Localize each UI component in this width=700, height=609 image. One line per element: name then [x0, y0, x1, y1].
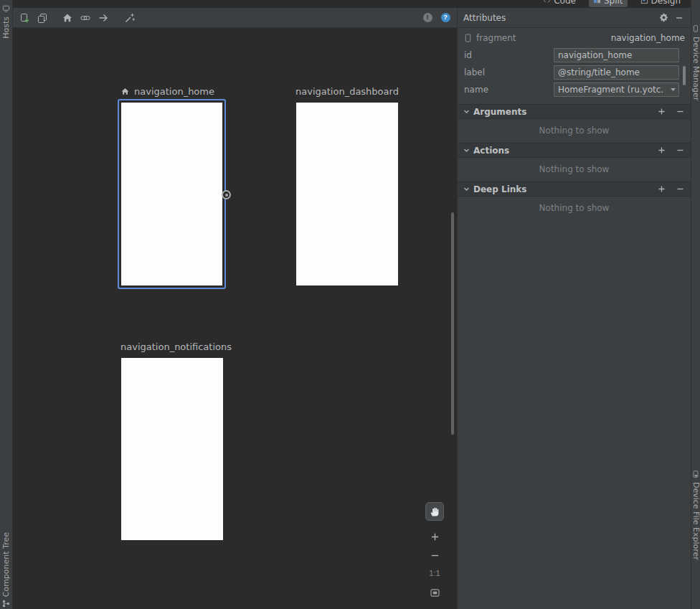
fragment-label-navigation-dashboard[interactable]: navigation_dashboard — [295, 86, 399, 97]
empty-message: Nothing to show — [458, 119, 691, 143]
name-combobox[interactable]: HomeFragment (ru.yotc. — [554, 82, 679, 97]
tab-design[interactable]: Design — [636, 0, 685, 7]
fragment-label-navigation-home[interactable]: navigation_home — [120, 86, 214, 97]
code-icon — [543, 0, 551, 4]
action-handle[interactable] — [222, 190, 231, 199]
section-title: Arguments — [473, 107, 526, 117]
id-input[interactable] — [554, 48, 679, 62]
device-manager-label: Device Manager — [692, 37, 700, 100]
editor-mode-strip: Code Split Design — [13, 0, 691, 8]
scrollbar-thumb[interactable] — [451, 212, 454, 435]
fragment-label-text: navigation_home — [134, 86, 214, 97]
field-row-label: label — [458, 64, 691, 81]
hand-icon — [430, 506, 440, 517]
attributes-panel: Attributes fragment navigation_home id l… — [457, 8, 691, 609]
fragment-label-navigation-notifications[interactable]: navigation_notifications — [120, 341, 232, 352]
minus-icon — [676, 108, 684, 115]
device-file-explorer-icon — [692, 470, 699, 478]
gear-icon — [659, 13, 668, 22]
nav-editor-toolbar: ! ? — [13, 8, 457, 28]
tab-code[interactable]: Code — [539, 0, 580, 7]
sidebar-item-component-tree[interactable]: Component Tree — [0, 532, 12, 608]
sidebar-item-device-manager[interactable]: Device Manager — [691, 24, 700, 100]
name-label: name — [464, 85, 554, 95]
nested-graph-button[interactable] — [35, 11, 49, 25]
scrollbar-thumb[interactable] — [683, 66, 686, 85]
field-row-name: name HomeFragment (ru.yotc. — [458, 81, 691, 98]
start-destination-home-icon — [120, 87, 130, 96]
remove-deep-link-button[interactable] — [675, 184, 685, 194]
element-type-label: fragment — [476, 33, 516, 43]
issues-button[interactable]: ! — [420, 11, 435, 25]
hosts-icon — [2, 4, 10, 13]
add-action-row-button[interactable] — [656, 146, 666, 156]
fragment-preview — [121, 103, 222, 285]
add-action-button[interactable] — [78, 11, 93, 25]
selected-element-row: fragment navigation_home — [464, 32, 685, 44]
plus-icon — [658, 185, 666, 193]
chevron-down-icon — [463, 186, 470, 192]
section-header-deep-links[interactable]: Deep Links — [458, 181, 691, 197]
panel-title: Attributes — [463, 13, 506, 23]
attributes-header: Attributes — [458, 8, 691, 28]
fragment-node-navigation-dashboard[interactable] — [296, 103, 398, 285]
section-header-arguments[interactable]: Arguments — [458, 104, 691, 119]
tab-split[interactable]: Split — [589, 0, 628, 7]
fragment-node-navigation-notifications[interactable] — [121, 358, 223, 540]
zoom-to-fit-button[interactable] — [429, 587, 440, 598]
section-actions: Actions Nothing to show — [458, 143, 691, 181]
field-row-id: id — [458, 47, 691, 64]
sidebar-item-hosts[interactable]: Hosts — [0, 4, 12, 39]
design-icon — [640, 0, 648, 4]
chevron-down-icon — [463, 147, 470, 154]
fit-screen-icon — [430, 589, 440, 597]
zoom-out-button[interactable] — [429, 549, 440, 561]
settings-button[interactable] — [658, 12, 669, 24]
fragment-node-navigation-home[interactable] — [118, 99, 226, 289]
zoom-scale-label: 1:1 — [429, 569, 440, 577]
help-button[interactable]: ? — [438, 11, 453, 25]
section-arguments: Arguments Nothing to show — [458, 104, 691, 143]
pan-tool-button[interactable] — [425, 502, 444, 521]
section-deep-links: Deep Links Nothing to show — [458, 181, 691, 220]
new-destination-button[interactable] — [17, 11, 32, 25]
chevron-down-icon — [667, 88, 678, 92]
component-tree-icon — [2, 600, 10, 608]
attribute-fields: id label name HomeFragment (ru.yotc. — [458, 47, 691, 98]
zoom-to-100-button[interactable]: 1:1 — [429, 570, 440, 577]
fragment-label-text: navigation_dashboard — [295, 86, 399, 97]
section-title: Deep Links — [473, 184, 526, 194]
assign-start-destination-button[interactable] — [60, 11, 75, 25]
auto-arrange-button[interactable] — [123, 11, 137, 25]
right-tool-stripe: Device Manager Device File Explorer — [691, 0, 700, 609]
label-label: label — [464, 67, 554, 77]
remove-action-row-button[interactable] — [675, 146, 685, 156]
section-header-actions[interactable]: Actions — [458, 143, 691, 158]
sidebar-item-device-file-explorer[interactable]: Device File Explorer — [691, 470, 700, 560]
plus-icon — [658, 108, 666, 115]
minimize-icon — [675, 14, 684, 22]
left-tool-stripe: Hosts Component Tree — [0, 0, 13, 609]
add-argument-button[interactable] — [656, 107, 666, 117]
minus-icon — [676, 146, 684, 154]
home-icon — [62, 12, 73, 24]
empty-message: Nothing to show — [458, 197, 691, 220]
editor-mode-tabs: Code Split Design — [539, 0, 685, 8]
magic-wand-icon — [124, 12, 136, 24]
zoom-in-button[interactable] — [429, 531, 440, 542]
combobox-value: HomeFragment (ru.yotc. — [558, 85, 663, 95]
nav-graph-canvas[interactable]: navigation_home navigation_dashboard nav… — [13, 28, 457, 609]
plus-icon — [430, 532, 440, 542]
issues-icon: ! — [423, 13, 432, 22]
go-to-destination-button[interactable] — [96, 11, 110, 25]
remove-argument-button[interactable] — [675, 107, 685, 117]
id-label: id — [464, 50, 554, 60]
component-tree-label: Component Tree — [2, 532, 10, 597]
empty-message: Nothing to show — [458, 158, 691, 181]
tab-label: Split — [604, 0, 623, 6]
tab-label: Design — [651, 0, 681, 6]
add-deep-link-button[interactable] — [656, 184, 666, 194]
label-input[interactable] — [554, 65, 679, 80]
nested-graph-icon — [37, 12, 48, 24]
hide-panel-button[interactable] — [673, 12, 685, 24]
